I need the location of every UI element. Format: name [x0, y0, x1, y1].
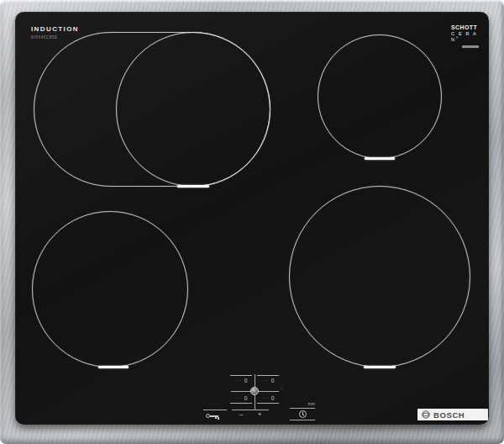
- zone-display-front-left[interactable]: ····0: [230, 375, 252, 383]
- power-dots: ····: [262, 396, 270, 401]
- zone-bottom-left-ring: [32, 211, 188, 367]
- zone-selector-knob[interactable]: [250, 387, 259, 395]
- model-number: NIF645CB5E: [31, 35, 58, 40]
- power-level: 0: [244, 395, 248, 401]
- display-line: [257, 403, 279, 404]
- minus-icon: –: [232, 410, 250, 418]
- power-level: 0: [244, 378, 248, 383]
- zone-display-rear-right[interactable]: ····0: [257, 395, 279, 404]
- child-lock-key[interactable]: [203, 410, 227, 420]
- timer-unit-label: min: [290, 402, 315, 406]
- induction-label: INDUCTION: [31, 25, 79, 33]
- schott-subtext-bar: [462, 45, 479, 48]
- zone-top-right-marker: [365, 157, 395, 160]
- zone-bottom-left-marker: [98, 366, 129, 368]
- schott-line2: C E R A N®: [451, 31, 485, 42]
- power-plus-key[interactable]: +: [250, 410, 269, 418]
- zone-top-right-ring: [318, 34, 442, 159]
- power-dots: ····: [235, 396, 243, 401]
- timer-key[interactable]: min: [290, 402, 315, 420]
- zone-display-rear-left[interactable]: ····0: [230, 395, 252, 404]
- power-minus-key[interactable]: –: [232, 410, 250, 418]
- timer-display-segment: 8: [280, 385, 283, 391]
- power-level: 0: [271, 378, 275, 383]
- schott-ceran-logo: SCHOTT C E R A N®: [451, 24, 485, 48]
- plus-icon: +: [250, 410, 269, 418]
- zone-bottom-right-marker: [364, 366, 396, 368]
- zone-display-front-right[interactable]: ····0: [257, 375, 279, 383]
- zone-bottom-right-ring: [289, 186, 470, 367]
- bosch-wordmark: BOSCH: [433, 410, 465, 420]
- registered-mark: ®: [456, 36, 459, 40]
- bosch-armature-icon: [422, 410, 430, 419]
- power-level: 0: [271, 395, 275, 401]
- ceramic-glass: INDUCTION NIF645CB5E SCHOTT C E R A N® 8: [15, 12, 489, 425]
- key-line: [203, 410, 227, 410]
- power-dots: ····: [262, 378, 270, 383]
- key-lock-icon: [203, 414, 227, 420]
- power-dots: ····: [235, 378, 243, 383]
- cooktop-product-image: INDUCTION NIF645CB5E SCHOTT C E R A N® 8: [0, 0, 504, 444]
- clock-icon: [299, 410, 307, 418]
- display-line: [230, 403, 252, 404]
- display-line: [257, 375, 279, 376]
- combi-zone-marker: [177, 185, 209, 188]
- key-line: [290, 420, 315, 420]
- ceran-text: C E R A N: [451, 31, 477, 42]
- display-line: [230, 375, 252, 376]
- key-line: [290, 408, 315, 409]
- bosch-logo-band: BOSCH: [417, 409, 488, 420]
- combi-zone-circle-ring: [116, 32, 270, 187]
- schott-line1: SCHOTT: [451, 24, 485, 31]
